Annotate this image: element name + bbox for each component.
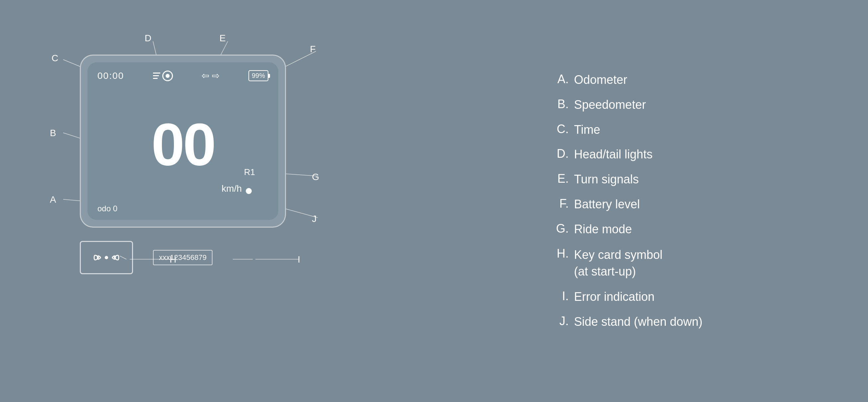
screen-inner: 00:00 ⇦ ⇨ 99 <box>88 62 278 220</box>
top-bar: 00:00 ⇦ ⇨ 99 <box>97 70 268 81</box>
annotation-f: F <box>310 44 316 55</box>
legend-text-h: Key card symbol(at start-up) <box>574 247 662 280</box>
legend-letter-b: B. <box>552 97 569 111</box>
headlight-icon <box>153 70 173 81</box>
headlight-line-3 <box>153 78 158 79</box>
legend-item-j: J. Side stand (when down) <box>552 314 841 330</box>
annotation-c: C <box>52 53 58 63</box>
legend-item-c: C. Time <box>552 122 841 138</box>
headlight-circle <box>162 70 173 81</box>
legend-letter-i: I. <box>552 289 569 303</box>
legend-section: A. Odometer B. Speedometer C. Time D. He… <box>525 72 841 330</box>
speed-unit: km/h <box>221 183 242 194</box>
legend-item-g: G. Ride mode <box>552 222 841 237</box>
dashboard-section: C D E F B A G J H I <box>27 21 525 381</box>
below-screen: xxx123456879 <box>80 241 213 274</box>
main-container: C D E F B A G J H I <box>0 0 868 402</box>
svg-point-12 <box>105 256 108 259</box>
legend-text-c: Time <box>574 122 600 138</box>
legend-letter-e: E. <box>552 172 569 186</box>
ride-mode: R1 <box>244 167 255 177</box>
legend-list: A. Odometer B. Speedometer C. Time D. He… <box>552 72 841 330</box>
battery-percent: 99% <box>252 72 265 80</box>
keycard-box <box>80 241 133 274</box>
legend-letter-d: D. <box>552 147 569 161</box>
error-code: xxx123456879 <box>159 253 207 262</box>
error-box: xxx123456879 <box>153 250 213 265</box>
headlight-line-1 <box>153 73 160 74</box>
legend-item-h: H. Key card symbol(at start-up) <box>552 247 841 280</box>
annotation-d: D <box>145 33 151 44</box>
legend-letter-g: G. <box>552 222 569 236</box>
annotation-a: A <box>50 194 56 205</box>
legend-item-d: D. Head/tail lights <box>552 147 841 163</box>
legend-text-e: Turn signals <box>574 172 639 188</box>
turn-signals: ⇦ ⇨ <box>202 70 219 81</box>
legend-item-e: E. Turn signals <box>552 172 841 188</box>
legend-letter-h: H. <box>552 247 569 261</box>
bottom-bar: odo 0 <box>97 204 268 213</box>
legend-letter-a: A. <box>552 72 569 86</box>
annotation-e: E <box>219 33 226 44</box>
annotation-g: G <box>312 172 319 182</box>
legend-text-a: Odometer <box>574 72 627 88</box>
dot-indicator <box>246 188 252 194</box>
legend-item-i: I. Error indication <box>552 289 841 305</box>
legend-letter-j: J. <box>552 314 569 328</box>
legend-text-i: Error indication <box>574 289 654 305</box>
odometer-display: odo 0 <box>97 204 117 213</box>
headlight-line-2 <box>153 75 159 76</box>
legend-text-g: Ride mode <box>574 222 632 237</box>
annotation-b: B <box>50 128 56 138</box>
legend-text-f: Battery level <box>574 197 640 212</box>
headlight-lines <box>153 73 160 79</box>
legend-item-a: A. Odometer <box>552 72 841 88</box>
legend-text-d: Head/tail lights <box>574 147 652 163</box>
keycard-waves <box>88 248 125 267</box>
dashboard-screen: 00:00 ⇦ ⇨ 99 <box>80 55 286 228</box>
speed-display: 00 km/h R1 <box>97 85 268 204</box>
arrow-right-icon: ⇨ <box>212 70 219 81</box>
annotation-i: I <box>298 254 300 265</box>
legend-letter-c: C. <box>552 122 569 136</box>
legend-item-b: B. Speedometer <box>552 97 841 113</box>
time-display: 00:00 <box>97 70 124 81</box>
arrow-left-icon: ⇦ <box>202 70 209 81</box>
battery-indicator: 99% <box>248 70 268 81</box>
legend-text-j: Side stand (when down) <box>574 314 702 330</box>
annotation-j: J <box>312 213 317 224</box>
speed-number: 00 <box>151 114 215 174</box>
legend-letter-f: F. <box>552 197 569 211</box>
legend-text-b: Speedometer <box>574 97 646 113</box>
legend-item-f: F. Battery level <box>552 197 841 212</box>
